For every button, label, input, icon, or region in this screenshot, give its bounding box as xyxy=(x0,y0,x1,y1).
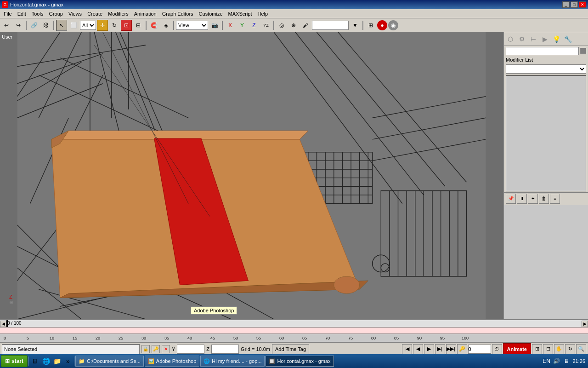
status-keys-button[interactable]: 🔑 xyxy=(152,345,160,353)
menu-tools[interactable]: Tools xyxy=(29,10,46,17)
next-frame-btn[interactable]: ▶| xyxy=(435,344,445,354)
make-unique-btn[interactable]: ✦ xyxy=(528,194,538,204)
go-to-start-btn[interactable]: |◀ xyxy=(402,344,412,354)
xyz-btn[interactable]: YZ xyxy=(260,20,271,31)
panel-toolbar: ⬡ ⚙ ⊢ ▶ 💡 🔧 xyxy=(504,32,588,46)
maximize-button[interactable]: □ xyxy=(571,1,578,8)
camera-btn[interactable]: 📷 xyxy=(209,20,220,31)
zoom-all-btn[interactable]: ⊟ xyxy=(543,344,553,354)
snap-button[interactable]: ◈ xyxy=(160,20,171,31)
pin-stack-btn[interactable]: 📌 xyxy=(506,194,516,204)
menu-file[interactable]: File xyxy=(1,10,15,17)
tray-volume-icon[interactable]: 🔊 xyxy=(552,357,560,365)
add-time-tag-button[interactable]: Add Time Tag xyxy=(272,344,309,354)
menu-maxscript[interactable]: MAXScript xyxy=(226,10,255,17)
orbit-btn[interactable]: ↻ xyxy=(565,344,575,354)
x-axis-btn[interactable]: X xyxy=(225,20,236,31)
paint-btn[interactable]: 🖌 xyxy=(300,20,311,31)
menu-help[interactable]: Help xyxy=(255,10,271,17)
redo-button[interactable]: ↪ xyxy=(13,20,24,31)
animate-button[interactable]: Animate xyxy=(503,343,531,355)
menu-create[interactable]: Create xyxy=(85,10,105,17)
taskbar-item-browser[interactable]: 🌐 Hi my friend.... - gop... xyxy=(200,356,265,367)
pause-btn[interactable]: ⏸ xyxy=(517,194,527,204)
timeline-bar[interactable]: 0 / 100 xyxy=(6,320,582,327)
scale-button[interactable]: ⊡ xyxy=(121,20,132,31)
named-sel-btn[interactable]: ▼ xyxy=(350,20,361,31)
render-btn[interactable]: ● xyxy=(377,20,387,30)
timeline-ruler: 0 5 10 15 20 25 30 35 40 45 50 55 60 65 … xyxy=(0,334,588,342)
select-button[interactable]: ↖ xyxy=(56,20,67,31)
keyframe-area[interactable] xyxy=(0,328,588,334)
window-controls[interactable]: _ □ ✕ xyxy=(562,1,586,8)
start-button[interactable]: ⊞ start xyxy=(1,355,28,367)
taskbar-item-gmax[interactable]: 🔲 Horizontal.gmax - gmax xyxy=(266,356,334,367)
menu-graph-editors[interactable]: Graph Editors xyxy=(159,10,196,17)
z-axis-btn[interactable]: Z xyxy=(249,20,260,31)
menu-customize[interactable]: Customize xyxy=(196,10,226,17)
hierarchy-panel-btn[interactable]: ⊢ xyxy=(528,34,539,45)
tray-network-icon[interactable]: 🖥 xyxy=(562,357,571,365)
select-region-button[interactable]: ⬜ xyxy=(68,20,79,31)
zoom-btn[interactable]: 🔍 xyxy=(576,344,586,354)
motion-panel-btn[interactable]: ▶ xyxy=(539,34,550,45)
viewport[interactable]: User xyxy=(0,32,503,319)
play-btn[interactable]: ▶ xyxy=(424,344,434,354)
status-lock-button[interactable]: 🔒 xyxy=(141,345,150,353)
minimize-button[interactable]: _ xyxy=(562,1,570,8)
magnet-button[interactable]: 🧲 xyxy=(148,20,159,31)
status-none-selected[interactable] xyxy=(2,344,140,354)
filter-dropdown[interactable]: All xyxy=(80,21,96,30)
modifier-list-dropdown[interactable] xyxy=(506,64,586,74)
taskbar-quick-launch-4[interactable]: » xyxy=(63,356,73,366)
go-to-end-btn[interactable]: ▶▶| xyxy=(446,344,456,354)
taskbar-gmax-label: Horizontal.gmax - gmax xyxy=(277,358,330,364)
time-config-btn[interactable]: ⏱ xyxy=(492,344,502,354)
close-button[interactable]: ✕ xyxy=(579,1,586,8)
taskbar-quick-launch-1[interactable]: 🖥 xyxy=(30,356,40,366)
pan-btn[interactable]: ✋ xyxy=(554,344,564,354)
rotate-button[interactable]: ↻ xyxy=(109,20,120,31)
status-delete-button[interactable]: ✕ xyxy=(162,345,170,353)
remove-modifier-btn[interactable]: 🗑 xyxy=(539,194,549,204)
modify-panel-btn[interactable]: ⚙ xyxy=(516,34,527,45)
menu-edit[interactable]: Edit xyxy=(15,10,29,17)
select-all-btn[interactable]: ◎ xyxy=(276,20,287,31)
taskbar-quick-launch-2[interactable]: 🌐 xyxy=(41,356,51,366)
view-dropdown[interactable]: View xyxy=(176,21,208,30)
timeline-left-button[interactable]: ◀ xyxy=(0,321,6,327)
taskbar-item-photoshop[interactable]: 🖼️ Adobe Photoshop xyxy=(145,356,199,367)
ruler-25: 25 xyxy=(119,336,123,340)
zoom-extents-btn[interactable]: ⊞ xyxy=(532,344,542,354)
unlink-button[interactable]: ⛓ xyxy=(40,20,51,31)
render2-btn[interactable]: ◉ xyxy=(388,20,398,30)
menu-views[interactable]: Views xyxy=(66,10,85,17)
link-button[interactable]: 🔗 xyxy=(28,20,40,31)
select-move-button[interactable]: ✛ xyxy=(97,20,108,31)
ruler-70: 70 xyxy=(325,336,330,340)
create-panel-btn[interactable]: ⬡ xyxy=(505,34,516,45)
y-axis-btn[interactable]: Y xyxy=(237,20,248,31)
prev-frame-btn[interactable]: ◀ xyxy=(413,344,423,354)
z-coord-input[interactable] xyxy=(211,345,239,354)
y-coord-input[interactable] xyxy=(177,345,204,354)
select-none-btn[interactable]: ⊕ xyxy=(288,20,299,31)
timeline-right-button[interactable]: ▶ xyxy=(582,321,588,327)
named-selection-input[interactable] xyxy=(312,21,349,30)
frame-input[interactable] xyxy=(468,345,491,354)
menu-modifiers[interactable]: Modifiers xyxy=(105,10,131,17)
display-panel-btn[interactable]: 💡 xyxy=(551,34,562,45)
schematic-btn[interactable]: ⊞ xyxy=(365,20,376,31)
menu-animation[interactable]: Animation xyxy=(131,10,159,17)
tray-lang-icon: EN xyxy=(542,357,550,365)
menu-group[interactable]: Group xyxy=(46,10,66,17)
taskbar-quick-launch-3[interactable]: 📁 xyxy=(52,356,62,366)
undo-button[interactable]: ↩ xyxy=(1,20,12,31)
color-swatch[interactable] xyxy=(580,48,586,54)
mirror-button[interactable]: ⊟ xyxy=(133,20,144,31)
modifier-name-input[interactable] xyxy=(506,47,579,55)
configure-btn[interactable]: ≡ xyxy=(550,194,560,204)
key-mode-btn[interactable]: 🔑 xyxy=(457,344,467,354)
taskbar-item-explorer[interactable]: 📁 C:\Documents and Se... xyxy=(75,356,144,367)
utilities-panel-btn[interactable]: 🔧 xyxy=(562,34,573,45)
